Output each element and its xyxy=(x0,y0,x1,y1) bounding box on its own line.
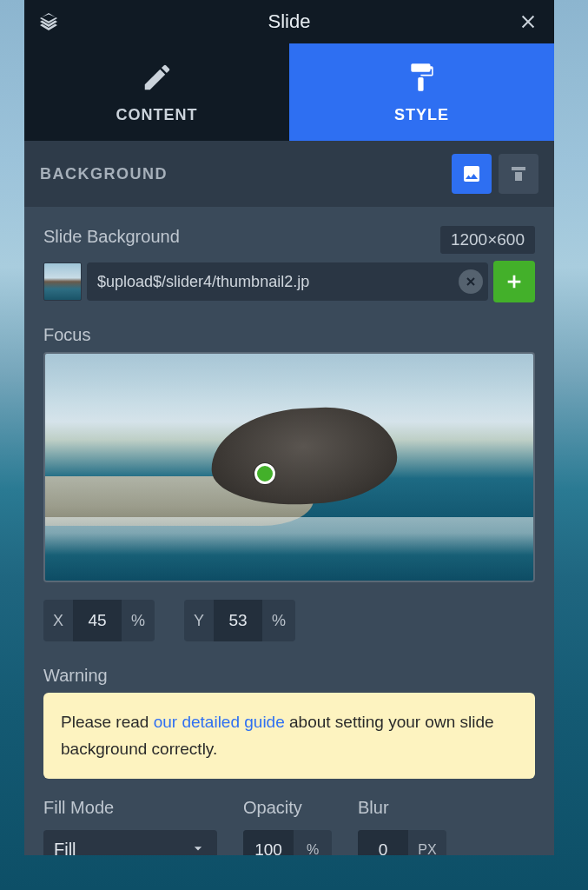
chevron-down-icon xyxy=(189,840,207,855)
focus-x-unit: % xyxy=(122,612,155,630)
focus-x-label: X xyxy=(43,612,73,630)
bg-layout-mode-button[interactable] xyxy=(499,154,538,194)
image-dimensions: 1200×600 xyxy=(440,226,535,254)
tabs: CONTENT STYLE xyxy=(24,43,554,141)
fill-mode-value: Fill xyxy=(54,840,76,855)
panel-body: Slide Background 1200×600 $upload$/slide… xyxy=(24,207,554,855)
layout-icon xyxy=(508,163,529,184)
focus-y-input[interactable] xyxy=(214,600,262,641)
section-title: BACKGROUND xyxy=(40,165,168,183)
blur-input[interactable] xyxy=(358,830,408,855)
paint-roller-icon xyxy=(406,61,439,94)
slide-panel: Slide CONTENT STYLE BACKGROUND Slide Bac… xyxy=(24,0,554,855)
bg-image-mode-button[interactable] xyxy=(452,154,492,194)
image-icon xyxy=(461,163,482,184)
warning-label: Warning xyxy=(43,666,535,686)
bg-path-input[interactable]: $upload$/slider4/thumbnail2.jp xyxy=(97,273,459,291)
panel-title: Slide xyxy=(24,10,554,33)
opacity-group: % xyxy=(243,830,332,855)
layers-icon xyxy=(38,11,59,32)
blur-unit: PX xyxy=(408,842,446,855)
focus-label: Focus xyxy=(43,325,535,345)
titlebar: Slide xyxy=(24,0,554,43)
clear-bg-button[interactable] xyxy=(459,269,483,294)
plus-icon xyxy=(505,272,524,291)
focus-y-group: Y % xyxy=(184,600,295,641)
opacity-unit: % xyxy=(294,842,332,855)
focus-y-label: Y xyxy=(184,612,214,630)
bg-path-row: $upload$/slider4/thumbnail2.jp xyxy=(43,261,535,302)
close-icon xyxy=(519,12,538,31)
focus-preview-rock xyxy=(208,403,399,508)
bg-path-input-wrap: $upload$/slider4/thumbnail2.jp xyxy=(87,262,488,301)
focus-point-handle[interactable] xyxy=(254,463,275,484)
blur-group: PX xyxy=(358,830,446,855)
tab-style-label: STYLE xyxy=(394,106,449,124)
fill-mode-label: Fill Mode xyxy=(43,798,217,818)
section-header: BACKGROUND xyxy=(24,141,554,207)
tab-style[interactable]: STYLE xyxy=(289,43,554,141)
focus-preview-surf xyxy=(45,517,533,581)
layers-button[interactable] xyxy=(38,11,59,32)
bg-thumbnail[interactable] xyxy=(43,262,82,301)
slide-bg-label: Slide Background xyxy=(43,227,180,247)
focus-x-input[interactable] xyxy=(73,600,122,641)
pencil-icon xyxy=(141,61,174,94)
warning-text-before: Please read xyxy=(61,713,154,731)
add-bg-button[interactable] xyxy=(493,261,535,302)
close-button[interactable] xyxy=(516,10,540,34)
fill-mode-select[interactable]: Fill xyxy=(43,830,217,855)
focus-x-group: X % xyxy=(43,600,155,641)
tab-content[interactable]: CONTENT xyxy=(24,43,289,141)
tab-content-label: CONTENT xyxy=(116,106,198,124)
opacity-input[interactable] xyxy=(243,830,294,855)
focus-preview[interactable] xyxy=(43,352,535,582)
blur-label: Blur xyxy=(358,798,446,818)
focus-y-unit: % xyxy=(262,612,295,630)
warning-card: Please read our detailed guide about set… xyxy=(43,693,535,779)
warning-link[interactable]: our detailed guide xyxy=(154,713,285,731)
x-icon xyxy=(464,275,478,289)
opacity-label: Opacity xyxy=(243,798,332,818)
